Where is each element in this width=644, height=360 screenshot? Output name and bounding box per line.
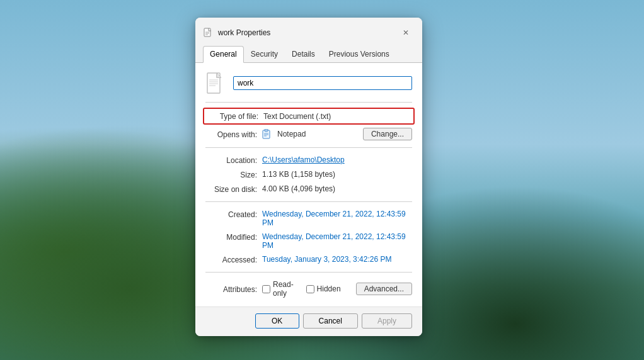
opens-with-content: Notepad Change... <box>262 128 412 140</box>
properties-dialog: work Properties ✕ General Security Detai… <box>195 18 422 336</box>
size-on-disk-value: 4.00 KB (4,096 bytes) <box>262 184 412 193</box>
readonly-checkbox-label[interactable]: Read-only <box>262 280 296 298</box>
accessed-row: Accessed: Tuesday, January 3, 2023, 3:42… <box>205 252 412 267</box>
dialog-icon <box>203 28 213 38</box>
svg-rect-11 <box>265 129 268 132</box>
type-value: Text Document (.txt) <box>263 112 411 121</box>
created-row: Created: Wednesday, December 21, 2022, 1… <box>205 207 412 230</box>
hidden-checkbox-label[interactable]: Hidden <box>306 284 341 293</box>
location-label: Location: <box>205 155 262 165</box>
dialog-content: Type of file: Text Document (.txt) Opens… <box>195 62 422 307</box>
file-header <box>205 72 412 94</box>
modified-row: Modified: Wednesday, December 21, 2022, … <box>205 230 412 252</box>
tab-details[interactable]: Details <box>285 46 322 63</box>
readonly-checkbox[interactable] <box>262 285 270 293</box>
tab-general[interactable]: General <box>203 46 244 63</box>
divider-1 <box>205 102 412 103</box>
attributes-row: Attributes: Read-only Hidden Advanced... <box>205 278 412 300</box>
close-button[interactable]: ✕ <box>397 24 415 42</box>
hidden-label: Hidden <box>317 284 341 293</box>
size-on-disk-label: Size on disk: <box>205 184 262 194</box>
notepad-icon <box>262 129 272 139</box>
opens-with-label: Opens with: <box>205 130 262 139</box>
location-value[interactable]: C:\Users\afamo\Desktop <box>262 155 412 164</box>
size-on-disk-row: Size on disk: 4.00 KB (4,096 bytes) <box>205 182 412 196</box>
readonly-label: Read-only <box>273 280 296 298</box>
attributes-group: Read-only Hidden Advanced... <box>262 280 412 298</box>
modified-value: Wednesday, December 21, 2022, 12:43:59 P… <box>262 232 412 250</box>
file-icon <box>205 72 226 94</box>
cancel-button[interactable]: Cancel <box>303 313 358 329</box>
dialog-title: work Properties <box>218 28 270 37</box>
change-button[interactable]: Change... <box>363 128 412 140</box>
title-bar-left: work Properties <box>203 28 270 38</box>
accessed-label: Accessed: <box>205 255 262 264</box>
accessed-value: Tuesday, January 3, 2023, 3:42:26 PM <box>262 255 412 264</box>
size-value: 1.13 KB (1,158 bytes) <box>262 170 412 179</box>
divider-3 <box>205 201 412 202</box>
size-label: Size: <box>205 170 262 179</box>
apply-button[interactable]: Apply <box>362 313 412 329</box>
advanced-button[interactable]: Advanced... <box>356 283 412 295</box>
location-row: Location: C:\Users\afamo\Desktop <box>205 153 412 167</box>
title-bar: work Properties ✕ <box>195 18 422 42</box>
created-label: Created: <box>205 210 262 219</box>
tabs-bar: General Security Details Previous Versio… <box>195 42 422 62</box>
type-label: Type of file: <box>207 111 263 121</box>
type-of-file-row: Type of file: Text Document (.txt) <box>203 108 415 125</box>
modified-label: Modified: <box>205 232 262 242</box>
size-row: Size: 1.13 KB (1,158 bytes) <box>205 167 412 182</box>
attributes-label: Attributes: <box>205 284 262 294</box>
ok-button[interactable]: OK <box>255 313 299 329</box>
tab-security[interactable]: Security <box>244 46 285 63</box>
opens-with-row: Opens with: Notepad Change... <box>205 126 412 142</box>
created-value: Wednesday, December 21, 2022, 12:43:59 P… <box>262 210 412 227</box>
divider-2 <box>205 147 412 148</box>
hidden-checkbox[interactable] <box>306 285 314 293</box>
divider-4 <box>205 272 412 273</box>
opens-with-value: Notepad <box>277 130 363 138</box>
dialog-footer: OK Cancel Apply <box>195 307 422 336</box>
file-name-input[interactable] <box>233 76 412 90</box>
tab-previous-versions[interactable]: Previous Versions <box>322 46 396 63</box>
